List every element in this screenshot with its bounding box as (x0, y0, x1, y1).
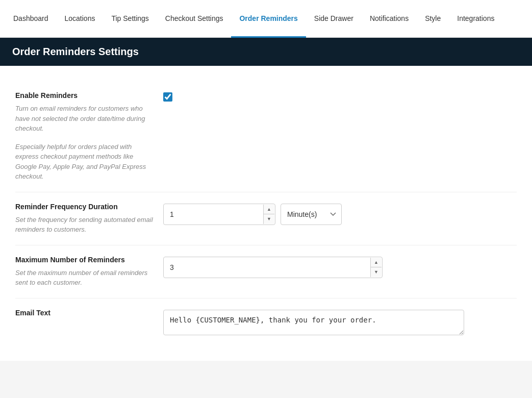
max-reminders-spinner: ▲ ▼ (370, 258, 382, 277)
email-text-textarea[interactable]: Hello {CUSTOMER_NAME}, thank you for you… (163, 310, 464, 335)
nav-bar: Dashboard Locations Tip Settings Checkou… (0, 0, 532, 38)
max-reminders-control: ▲ ▼ (163, 256, 517, 278)
nav-item-style[interactable]: Style (417, 1, 449, 38)
enable-reminders-desc-2: Especially helpful for orders placed wit… (15, 142, 153, 182)
email-text-row: Email Text Hello {CUSTOMER_NAME}, thank … (15, 298, 517, 345)
max-reminders-label-col: Maximum Number of Reminders Set the maxi… (15, 256, 163, 288)
max-reminders-row: Maximum Number of Reminders Set the maxi… (15, 245, 517, 298)
max-reminders-down-button[interactable]: ▼ (371, 267, 382, 277)
reminder-frequency-row: Reminder Frequency Duration Set the freq… (15, 192, 517, 245)
email-text-control: Hello {CUSTOMER_NAME}, thank you for you… (163, 309, 517, 335)
frequency-down-button[interactable]: ▼ (264, 214, 274, 224)
nav-item-dashboard[interactable]: Dashboard (5, 1, 57, 38)
max-reminders-up-button[interactable]: ▲ (371, 258, 382, 268)
nav-item-integrations[interactable]: Integrations (449, 1, 502, 38)
frequency-up-button[interactable]: ▲ (264, 205, 274, 215)
email-text-label: Email Text (15, 309, 153, 317)
nav-item-order-reminders[interactable]: Order Reminders (231, 1, 306, 38)
section-title: Order Reminders Settings (12, 46, 139, 57)
reminder-frequency-label-col: Reminder Frequency Duration Set the freq… (15, 203, 163, 235)
max-reminders-label: Maximum Number of Reminders (15, 256, 153, 264)
frequency-input[interactable] (163, 204, 275, 225)
section-header: Order Reminders Settings (0, 38, 532, 66)
nav-item-tip-settings[interactable]: Tip Settings (103, 1, 157, 38)
enable-reminders-control (163, 91, 517, 102)
enable-reminders-label-col: Enable Reminders Turn on email reminders… (15, 91, 163, 182)
nav-item-notifications[interactable]: Notifications (362, 1, 417, 38)
enable-reminders-checkbox[interactable] (163, 92, 172, 102)
max-reminders-input[interactable] (163, 257, 383, 278)
reminder-frequency-label: Reminder Frequency Duration (15, 203, 153, 211)
enable-reminders-row: Enable Reminders Turn on email reminders… (15, 81, 517, 192)
frequency-unit-select[interactable]: Minute(s) Hour(s) Day(s) (281, 204, 342, 225)
enable-reminders-label: Enable Reminders (15, 91, 153, 100)
frequency-spinner: ▲ ▼ (263, 205, 274, 224)
frequency-input-wrapper: ▲ ▼ (163, 204, 275, 225)
max-reminders-input-wrapper: ▲ ▼ (163, 257, 383, 278)
enable-reminders-desc-1: Turn on email reminders for customers wh… (15, 104, 153, 134)
max-reminders-desc: Set the maximum number of email reminder… (15, 268, 153, 288)
reminder-frequency-desc: Set the frequency for sending automated … (15, 215, 153, 235)
email-text-label-col: Email Text (15, 309, 163, 321)
nav-item-locations[interactable]: Locations (57, 1, 104, 38)
nav-item-checkout-settings[interactable]: Checkout Settings (157, 1, 232, 38)
reminder-frequency-controls: ▲ ▼ Minute(s) Hour(s) Day(s) (163, 204, 342, 225)
content-area: Enable Reminders Turn on email reminders… (0, 66, 532, 361)
page-container: Order Reminders Settings Enable Reminder… (0, 38, 532, 398)
nav-item-side-drawer[interactable]: Side Drawer (306, 1, 362, 38)
reminder-frequency-control: ▲ ▼ Minute(s) Hour(s) Day(s) (163, 203, 517, 225)
